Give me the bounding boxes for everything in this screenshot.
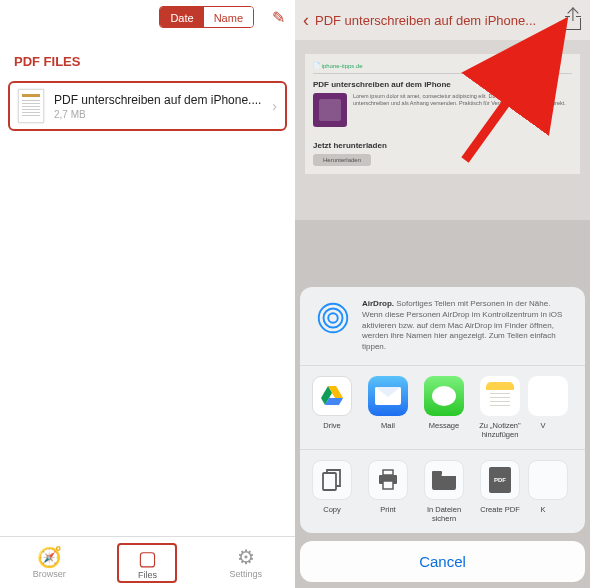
svg-rect-9 [383,470,393,475]
airdrop-icon [314,299,352,337]
sort-segmented[interactable]: Date Name [159,6,254,28]
message-icon [424,376,464,416]
preview-url: 📄 iphone-tipps.de [313,62,572,74]
share-app-drive[interactable]: Drive [304,376,360,439]
preview-image-icon [313,93,347,127]
share-app-mail[interactable]: Mail [360,376,416,439]
share-actions-row[interactable]: Copy Print In Dateien sichern PDF Cr [300,450,585,533]
seg-date[interactable]: Date [160,7,203,27]
folder-icon [424,460,464,500]
action-print[interactable]: Print [360,460,416,523]
share-app-message[interactable]: Message [416,376,472,439]
gear-icon: ⚙ [237,547,255,567]
files-icon: ▢ [138,548,157,568]
tab-bar: 🧭 Browser ▢ Files ⚙ Settings [0,536,295,588]
share-app-notes[interactable]: Zu „Notizen" hinzufügen [472,376,528,439]
mail-icon [368,376,408,416]
print-icon [368,460,408,500]
chevron-right-icon: › [272,98,277,114]
notes-icon [480,376,520,416]
file-row[interactable]: PDF unterschreiben auf dem iPhone.... 2,… [8,81,287,131]
svg-point-1 [328,313,338,323]
share-app-more[interactable]: V [528,376,558,439]
nav-bar: ‹ PDF unterschreiben auf dem iPhone... [295,0,590,40]
compass-icon: 🧭 [37,547,62,567]
share-apps-row[interactable]: Drive Mail Message Zu „Notizen" hinzufüg… [300,366,585,450]
section-header: PDF FILES [0,34,295,79]
pdf-icon: PDF [480,460,520,500]
app-icon [528,376,568,416]
preview-subheading: Jetzt herunterladen [313,141,572,150]
seg-name[interactable]: Name [204,7,253,27]
preview-body: Lorem ipsum dolor sit amet, consectetur … [353,93,572,127]
action-more[interactable]: K [528,460,558,523]
action-copy[interactable]: Copy [304,460,360,523]
page-title: PDF unterschreiben auf dem iPhone... [315,13,558,28]
svg-point-2 [324,309,343,328]
svg-rect-11 [432,471,442,475]
share-icon[interactable] [564,10,582,30]
airdrop-text: AirDrop. Sofortiges Teilen mit Personen … [362,299,571,353]
action-save-files[interactable]: In Dateien sichern [416,460,472,523]
file-size: 2,7 MB [54,109,262,120]
file-thumbnail-icon [18,89,44,123]
download-button: Herunterladen [313,154,371,166]
tab-browser[interactable]: 🧭 Browser [19,547,79,579]
preview-heading: PDF unterschreiben auf dem iPhone [313,80,572,89]
drive-icon [312,376,352,416]
file-name: PDF unterschreiben auf dem iPhone.... [54,93,262,107]
back-icon[interactable]: ‹ [303,10,309,31]
share-sheet: AirDrop. Sofortiges Teilen mit Personen … [300,287,585,582]
copy-icon [312,460,352,500]
action-create-pdf[interactable]: PDF Create PDF [472,460,528,523]
edit-icon[interactable]: ✎ [272,8,285,27]
cancel-button[interactable]: Cancel [300,541,585,582]
action-icon [528,460,568,500]
tab-files[interactable]: ▢ Files [117,543,177,583]
tab-settings[interactable]: ⚙ Settings [216,547,276,579]
svg-rect-10 [383,481,393,489]
airdrop-row[interactable]: AirDrop. Sofortiges Teilen mit Personen … [300,287,585,366]
svg-rect-7 [323,473,336,490]
